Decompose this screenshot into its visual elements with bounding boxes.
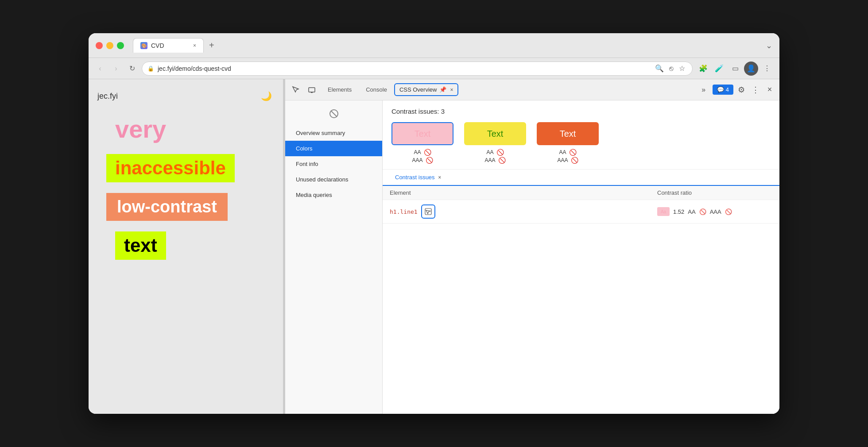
extensions-icon-btn[interactable]: 🧩: [696, 62, 710, 76]
contrast-label-aaa-pink: AAA 🚫: [412, 157, 433, 164]
sidebar-item-overview-summary[interactable]: Overview summary: [285, 125, 382, 141]
contrast-box-orange[interactable]: Text: [537, 122, 599, 145]
lower-tab-contrast-issues[interactable]: Contrast issues ×: [390, 170, 446, 186]
split-view-icon-btn[interactable]: ▭: [728, 62, 742, 76]
very-text: very: [115, 115, 166, 143]
svg-rect-0: [309, 88, 315, 92]
lower-tab-label: Contrast issues: [395, 174, 435, 181]
device-toggle-btn[interactable]: [305, 83, 319, 97]
contrast-cards: Text AA 🚫 AAA 🚫: [391, 122, 771, 164]
table-row-ratio: Aa 1.52 AA 🚫 AAA 🚫: [657, 207, 772, 216]
devtools-body: Overview summary Colors Font info Unused…: [285, 100, 779, 414]
ratio-aaa-icon: 🚫: [725, 208, 732, 215]
more-tabs-btn[interactable]: »: [697, 83, 711, 97]
aa-label-pink: AA: [414, 149, 421, 155]
svg-rect-1: [311, 92, 313, 93]
minimize-traffic-light[interactable]: [106, 42, 113, 49]
active-tab[interactable]: 🎨 CVD ×: [133, 38, 204, 53]
devtools-close-btn[interactable]: ×: [763, 84, 776, 96]
inaccessible-text: inaccessible: [106, 154, 235, 182]
contrast-label-aa-orange: AA 🚫: [559, 149, 576, 156]
maximize-traffic-light[interactable]: [117, 42, 124, 49]
new-tab-button[interactable]: +: [205, 39, 218, 52]
aa-no-icon-orange: 🚫: [569, 149, 577, 156]
address-actions: 🔍 ⎋ ☆: [653, 62, 687, 74]
issues-badge-icon: 💬: [717, 86, 724, 93]
contrast-text-yellow: Text: [487, 129, 504, 139]
sidebar-item-colors[interactable]: Colors: [285, 141, 382, 156]
contrast-issues-title: Contrast issues: 3: [391, 108, 771, 115]
contrast-label-aa-pink: AA 🚫: [414, 149, 431, 156]
contrast-card-pink-labels: AA 🚫 AAA 🚫: [412, 149, 433, 164]
dark-mode-button[interactable]: 🌙: [258, 88, 274, 104]
traffic-lights: [96, 42, 124, 49]
devtools-tabs: Elements Console CSS Overview 📌 ×: [321, 83, 695, 96]
contrast-card-pink: Text AA 🚫 AAA 🚫: [391, 122, 453, 164]
tab-console[interactable]: Console: [359, 83, 394, 96]
element-code: h1.line1: [390, 208, 418, 215]
contrast-card-orange: Text AA 🚫 AAA 🚫: [537, 122, 599, 164]
refresh-button[interactable]: ↻: [126, 62, 138, 75]
aa-no-icon-pink: 🚫: [424, 149, 431, 156]
tab-more-button[interactable]: ⌄: [766, 41, 772, 50]
tab-close-btn[interactable]: ×: [193, 42, 196, 49]
page-content: very inaccessible low-contrast text: [97, 115, 274, 405]
contrast-card-yellow-labels: AA 🚫 AAA 🚫: [484, 149, 505, 164]
contrast-card-orange-labels: AA 🚫 AAA 🚫: [557, 149, 578, 164]
bookmark-icon-btn[interactable]: ☆: [677, 62, 687, 74]
css-overview-close-btn[interactable]: ×: [450, 87, 453, 93]
browser-content: jec.fyi 🌙 very inaccessible low-contrast…: [89, 79, 779, 414]
share-icon-btn[interactable]: ⎋: [667, 63, 675, 74]
contrast-label-aaa-yellow: AAA 🚫: [484, 157, 505, 164]
address-bar[interactable]: 🔒 jec.fyi/demo/cds-quest-cvd 🔍 ⎋ ☆: [142, 62, 693, 76]
low-contrast-text: low-contrast: [106, 193, 228, 221]
title-bar: 🎨 CVD × + ⌄: [89, 33, 779, 58]
ratio-value: 1.52: [673, 208, 684, 215]
close-traffic-light[interactable]: [96, 42, 103, 49]
no-icon: [329, 108, 339, 119]
devtools-settings-btn[interactable]: ⚙: [735, 84, 748, 96]
ratio-swatch-text: Aa: [661, 209, 666, 214]
lower-tab-close-btn[interactable]: ×: [438, 174, 441, 181]
sidebar-item-font-info[interactable]: Font info: [285, 156, 382, 172]
tab-elements[interactable]: Elements: [321, 83, 359, 96]
sidebar-item-unused-declarations[interactable]: Unused declarations: [285, 172, 382, 187]
contrast-box-yellow[interactable]: Text: [464, 122, 526, 145]
labs-icon-btn[interactable]: 🧪: [712, 62, 726, 76]
devtools-left-nav: Overview summary Colors Font info Unused…: [285, 100, 383, 414]
browser-window: 🎨 CVD × + ⌄ ‹ › ↻ 🔒 jec.fyi/demo/cds-que…: [89, 33, 779, 414]
menu-button[interactable]: ⋮: [760, 62, 774, 76]
table-row-element: h1.line1: [390, 204, 657, 219]
inspect-element-row-btn[interactable]: [421, 204, 435, 219]
aaa-label-pink: AAA: [412, 157, 422, 163]
svg-rect-4: [425, 208, 431, 215]
forward-button[interactable]: ›: [110, 62, 122, 75]
ratio-aaa-label: AAA: [710, 208, 721, 215]
contrast-issues-header: Contrast issues: 3 Text AA �: [383, 100, 779, 170]
issues-badge-count: 4: [726, 86, 729, 93]
toolbar-icons: 🧩 🧪 ▭ 👤 ⋮: [696, 62, 774, 76]
contrast-lower-header: Contrast issues ×: [383, 170, 779, 186]
devtools-kebab-btn[interactable]: ⋮: [749, 84, 762, 96]
aaa-label-orange: AAA: [557, 157, 568, 163]
tab-favicon: 🎨: [140, 42, 147, 49]
tab-bar: 🎨 CVD × + ⌄: [133, 38, 772, 53]
aaa-no-icon-pink: 🚫: [426, 157, 433, 164]
contrast-table-header: Element Contrast ratio: [383, 186, 779, 200]
search-icon-btn[interactable]: 🔍: [653, 62, 666, 74]
ratio-aa-label: AA: [688, 208, 695, 215]
contrast-table: Element Contrast ratio h1.line1: [383, 186, 779, 414]
address-bar-row: ‹ › ↻ 🔒 jec.fyi/demo/cds-quest-cvd 🔍 ⎋ ☆…: [89, 58, 779, 79]
contrast-box-pink[interactable]: Text: [391, 122, 453, 145]
contrast-text-pink: Text: [415, 129, 431, 139]
tab-css-overview[interactable]: CSS Overview 📌 ×: [394, 83, 459, 96]
profile-button[interactable]: 👤: [744, 62, 758, 76]
aa-label-orange: AA: [559, 149, 566, 155]
inspect-element-btn[interactable]: [289, 83, 303, 97]
issues-badge-btn[interactable]: 💬 4: [713, 85, 733, 95]
aa-no-icon-yellow: 🚫: [496, 149, 504, 156]
back-button[interactable]: ‹: [94, 62, 106, 75]
contrast-text-orange: Text: [560, 129, 576, 139]
page-area: jec.fyi 🌙 very inaccessible low-contrast…: [89, 79, 283, 414]
sidebar-item-media-queries[interactable]: Media queries: [285, 187, 382, 203]
